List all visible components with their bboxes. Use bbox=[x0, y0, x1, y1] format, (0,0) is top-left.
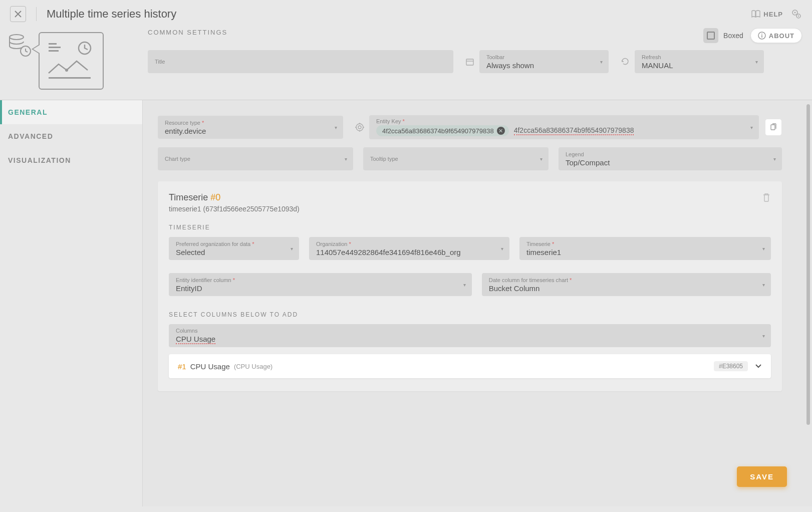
org-value: 114057e449282864fe341694f816e46b_org bbox=[316, 248, 502, 257]
chevron-down-icon: ▾ bbox=[345, 156, 347, 162]
ts-label: Timeserie bbox=[526, 241, 551, 247]
entity-text-input[interactable]: 4f2cca56a83686374b9f654907979838 bbox=[514, 126, 634, 135]
chart-preview-icon bbox=[39, 32, 104, 90]
common-settings-label: COMMON SETTINGS bbox=[148, 29, 227, 36]
select-columns-label: SELECT COLUMNS BELOW TO ADD bbox=[169, 311, 771, 318]
svg-rect-6 bbox=[49, 43, 57, 45]
trash-icon bbox=[762, 192, 771, 202]
refresh-value: MANUAL bbox=[642, 61, 757, 70]
resource-type-select[interactable]: Resource type* entity.device ▾ bbox=[158, 116, 343, 139]
chevron-down-icon: ▾ bbox=[762, 333, 765, 339]
organization-select[interactable]: Organization* 114057e449282864fe341694f8… bbox=[309, 237, 509, 260]
legend-value: Top/Compact bbox=[566, 158, 775, 167]
chevron-down-icon[interactable] bbox=[755, 364, 762, 369]
refresh-select[interactable]: Refresh MANUAL ▾ bbox=[635, 50, 764, 73]
timeserie-section-label: TIMESERIE bbox=[169, 224, 771, 231]
svg-point-4 bbox=[10, 35, 24, 40]
entity-key-input[interactable]: Entity Key* 4f2cca56a83686374b9f65490797… bbox=[369, 115, 759, 139]
close-icon bbox=[15, 11, 22, 18]
close-button[interactable] bbox=[10, 6, 26, 22]
svg-rect-11 bbox=[49, 77, 91, 79]
columns-select[interactable]: Columns CPU Usage ▾ bbox=[169, 324, 771, 347]
chevron-down-icon: ▾ bbox=[755, 59, 758, 65]
boxed-label: Boxed bbox=[723, 32, 743, 40]
resource-label: Resource type bbox=[165, 120, 200, 126]
svg-rect-8 bbox=[49, 50, 59, 52]
svg-point-10 bbox=[65, 69, 68, 72]
copy-button[interactable] bbox=[765, 119, 782, 136]
square-icon bbox=[707, 32, 715, 40]
info-icon bbox=[758, 32, 766, 40]
legend-select[interactable]: Legend Top/Compact ▾ bbox=[559, 147, 782, 170]
settings-icon[interactable] bbox=[791, 9, 802, 20]
about-button[interactable]: ABOUT bbox=[750, 28, 802, 43]
tab-general[interactable]: GENERAL bbox=[0, 100, 142, 124]
date-col-label: Date column for timeseries chart bbox=[489, 277, 568, 283]
scrollbar[interactable] bbox=[806, 104, 810, 425]
date-col-select[interactable]: Date column for timeseries chart* Bucket… bbox=[482, 273, 771, 296]
delete-timeserie-button[interactable] bbox=[762, 192, 771, 202]
widget-icon-area bbox=[8, 28, 148, 90]
help-label: HELP bbox=[763, 11, 783, 18]
ent-col-value: EntityID bbox=[176, 284, 465, 293]
ent-col-label: Entity identifier column bbox=[176, 277, 231, 283]
svg-rect-7 bbox=[49, 47, 61, 48]
sidebar: GENERAL ADVANCED VISUALIZATION bbox=[0, 100, 143, 506]
chevron-down-icon: ▾ bbox=[463, 282, 466, 288]
legend-label: Legend bbox=[566, 151, 775, 157]
column-item[interactable]: #1 CPU Usage (CPU Usage) #E38605 bbox=[169, 354, 771, 378]
entity-key-label: Entity Key bbox=[376, 118, 401, 124]
chevron-down-icon: ▾ bbox=[762, 246, 765, 251]
book-icon bbox=[751, 10, 760, 18]
svg-rect-18 bbox=[771, 125, 775, 130]
timeserie-panel: Timeserie #0 timeserie1 (673f1d566ee2505… bbox=[158, 181, 782, 391]
tab-visualization[interactable]: VISUALIZATION bbox=[0, 148, 142, 172]
help-link[interactable]: HELP bbox=[751, 10, 783, 18]
about-label: ABOUT bbox=[769, 32, 794, 40]
svg-point-3 bbox=[798, 16, 799, 17]
chevron-down-icon: ▾ bbox=[600, 59, 603, 65]
toolbar-select[interactable]: Toolbar Always shown ▾ bbox=[479, 50, 609, 73]
refresh-label: Refresh bbox=[642, 54, 757, 60]
chevron-down-icon: ▾ bbox=[773, 156, 776, 162]
date-col-value: Bucket Column bbox=[489, 284, 764, 293]
tooltip-type-select[interactable]: Tooltip type ▾ bbox=[363, 147, 549, 170]
copy-icon bbox=[769, 123, 777, 131]
column-name: CPU Usage bbox=[190, 362, 230, 371]
page-title: Multiple time series history bbox=[47, 8, 176, 21]
pref-org-label: Preferred organization for data bbox=[176, 241, 250, 247]
content-panel: Resource type* entity.device ▾ Entity Ke… bbox=[143, 100, 812, 506]
column-paren: (CPU Usage) bbox=[234, 363, 273, 370]
color-badge: #E38605 bbox=[714, 361, 748, 371]
svg-rect-15 bbox=[466, 59, 473, 65]
db-clock-icon bbox=[8, 32, 33, 57]
timeserie-title: Timeserie #0 bbox=[169, 192, 300, 203]
timeserie-select[interactable]: Timeserie* timeserie1 ▾ bbox=[519, 237, 771, 260]
svg-point-17 bbox=[358, 126, 361, 129]
entity-col-select[interactable]: Entity identifier column* EntityID ▾ bbox=[169, 273, 472, 296]
timeserie-subtitle: timeserie1 (673f1d566ee2505775e1093d) bbox=[169, 205, 300, 213]
title-input[interactable]: Title bbox=[148, 50, 453, 73]
save-button[interactable]: SAVE bbox=[737, 466, 787, 487]
svg-point-13 bbox=[761, 34, 762, 35]
boxed-toggle[interactable]: Boxed bbox=[703, 28, 743, 43]
tab-advanced[interactable]: ADVANCED bbox=[0, 124, 142, 148]
chip-remove-icon[interactable]: ✕ bbox=[497, 127, 505, 135]
title-label: Title bbox=[155, 59, 446, 65]
columns-value: CPU Usage bbox=[176, 335, 764, 344]
chevron-down-icon: ▾ bbox=[750, 125, 753, 130]
chart-type-select[interactable]: Chart type ▾ bbox=[158, 147, 353, 170]
org-label: Organization bbox=[316, 241, 347, 247]
chevron-down-icon: ▾ bbox=[540, 156, 543, 162]
chart-type-label: Chart type bbox=[165, 156, 346, 162]
chevron-down-icon: ▾ bbox=[291, 246, 293, 251]
columns-label: Columns bbox=[176, 328, 764, 334]
toolbar-value: Always shown bbox=[486, 61, 602, 70]
chevron-down-icon: ▾ bbox=[335, 125, 337, 130]
ts-value: timeserie1 bbox=[526, 248, 764, 257]
svg-point-16 bbox=[356, 124, 363, 131]
header-divider bbox=[36, 7, 37, 21]
pref-org-select[interactable]: Preferred organization for data* Selecte… bbox=[169, 237, 299, 260]
column-idx: #1 bbox=[178, 362, 186, 371]
svg-rect-14 bbox=[761, 35, 762, 38]
